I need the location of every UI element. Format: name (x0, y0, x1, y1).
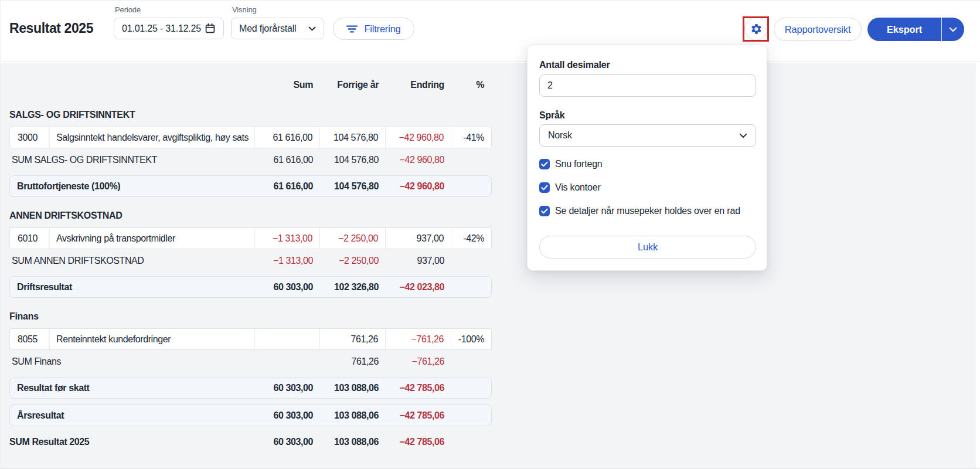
highlight-row: Resultat før skatt60 303,00103 088,06−42… (9, 377, 492, 399)
report-overview-label: Rapportoversikt (785, 24, 851, 35)
prev-year-cell: 761,26 (320, 356, 386, 367)
sum-cell: −1 313,00 (255, 228, 320, 249)
sum-cell: 60 303,00 (255, 410, 320, 421)
account-number-cell: 8055 (10, 329, 50, 349)
decimals-label: Antall desimaler (539, 59, 755, 71)
change-cell: −42 785,06 (386, 410, 451, 421)
gear-icon (750, 23, 763, 35)
row-label-cell: Årsresultat (10, 410, 255, 421)
prev-year-cell: 103 088,06 (320, 437, 386, 447)
row-label-cell: SUM Resultat 2025 (9, 437, 255, 447)
topbar: Resultat 2025 Periode 01.01.25 - 31.12.2… (0, 0, 980, 62)
prev-year-cell: 103 088,06 (320, 383, 386, 393)
decimals-input[interactable]: 2 (539, 74, 756, 97)
prev-year-cell: 104 576,80 (320, 155, 386, 165)
total-row: SUM Resultat 202560 303,00103 088,06−42 … (9, 430, 492, 454)
column-header-percent: % (451, 80, 492, 90)
window-frame-top (0, 0, 980, 1)
chevron-down-icon (739, 133, 747, 138)
prev-year-cell: 104 576,80 (320, 181, 386, 192)
account-row[interactable]: 6010Avskrivning på transportmidler−1 313… (9, 227, 492, 249)
table-column-headers: Sum Forrige år Endring % (9, 77, 492, 93)
sum-cell: 60 303,00 (255, 282, 320, 293)
export-button-label[interactable]: Eksport (867, 18, 942, 41)
change-cell: −42 960,80 (386, 127, 451, 148)
chevron-down-icon (308, 26, 316, 31)
export-dropdown-toggle[interactable] (942, 18, 964, 41)
period-label: Periode (115, 5, 141, 14)
scrollbar-gutter (976, 63, 980, 469)
column-header-sum: Sum (255, 80, 320, 90)
highlight-row: Driftsresultat60 303,00102 326,80−42 023… (9, 276, 492, 298)
change-cell: −42 785,06 (386, 437, 451, 447)
row-label-cell: SUM SALGS- OG DRIFTSINNTEKT (9, 155, 255, 165)
report-content: Sum Forrige år Endring % SALGS- OG DRIFT… (0, 63, 980, 469)
language-select[interactable]: Norsk (539, 124, 756, 147)
filter-icon (346, 25, 358, 33)
settings-checkboxes: Snu fortegnVis kontoerSe detaljer når mu… (539, 159, 755, 216)
filter-button[interactable]: Filtrering (333, 18, 414, 40)
column-header-change: Endring (386, 80, 451, 90)
change-cell: −761,26 (386, 356, 451, 367)
section-title: SALGS- OG DRIFTSINNTEKT (9, 108, 492, 121)
account-row[interactable]: 8055Renteinntekt kundefordringer761,26−7… (9, 328, 492, 350)
row-label-cell: Bruttofortjeneste (100%) (10, 181, 255, 192)
export-button[interactable]: Eksport (867, 18, 964, 41)
settings-button[interactable] (744, 17, 768, 40)
window-frame-left (0, 0, 1, 469)
settings-checkbox-row[interactable]: Se detaljer når musepeker holdes over en… (539, 206, 755, 216)
settings-checkbox-row[interactable]: Vis kontoer (539, 182, 755, 193)
prev-year-cell: −2 250,00 (320, 228, 386, 249)
highlight-row: Årsresultat60 303,00103 088,06−42 785,06 (9, 405, 492, 426)
highlight-row: Bruttofortjeneste (100%)61 616,00104 576… (9, 175, 492, 197)
close-popover-label: Lukk (638, 242, 658, 253)
settings-checkbox-row[interactable]: Snu fortegn (539, 159, 755, 169)
prev-year-cell: 102 326,80 (320, 282, 386, 293)
report-overview-button[interactable]: Rapportoversikt (774, 18, 862, 41)
account-number-cell: 6010 (10, 228, 50, 249)
sum-cell: −1 313,00 (255, 256, 320, 266)
checkbox-checked-icon[interactable] (539, 182, 550, 193)
view-label: Visning (232, 5, 257, 14)
view-select-value: Med fjorårstall (239, 23, 308, 34)
column-header-prev-year: Forrige år (320, 80, 386, 90)
section-title: Finans (9, 310, 492, 323)
calendar-icon (205, 23, 216, 34)
chevron-down-icon (949, 27, 957, 32)
checkbox-checked-icon[interactable] (539, 159, 550, 169)
change-cell: 937,00 (386, 228, 451, 249)
settings-popover: Antall desimaler 2 Språk Norsk Snu forte… (527, 45, 767, 271)
close-popover-button[interactable]: Lukk (539, 236, 756, 259)
page-title: Resultat 2025 (9, 21, 93, 36)
view-select[interactable]: Med fjorårstall (231, 18, 324, 39)
checkbox-label: Vis kontoer (555, 182, 601, 193)
period-date-input[interactable]: 01.01.25 - 31.12.25 (114, 18, 224, 39)
change-cell: −42 960,80 (386, 155, 451, 165)
report-table: Sum Forrige år Endring % SALGS- OG DRIFT… (9, 63, 492, 454)
account-row[interactable]: 3000Salgsinntekt handelsvarer, avgiftspl… (9, 127, 492, 148)
checkbox-checked-icon[interactable] (539, 206, 550, 216)
change-cell: −761,26 (386, 329, 451, 349)
change-cell: −42 023,80 (386, 282, 451, 293)
filter-button-label: Filtrering (364, 23, 400, 35)
change-cell: −42 960,80 (386, 181, 451, 192)
period-date-value: 01.01.25 - 31.12.25 (122, 23, 205, 34)
sum-cell: 61 616,00 (255, 181, 320, 192)
prev-year-cell: 103 088,06 (320, 410, 386, 421)
sum-row: SUM SALGS- OG DRIFTSINNTEKT61 616,00104 … (9, 148, 492, 172)
row-label-cell: Resultat før skatt (10, 383, 255, 393)
checkbox-label: Se detaljer når musepeker holdes over en… (555, 206, 740, 216)
report-rows: SALGS- OG DRIFTSINNTEKT3000Salgsinntekt … (9, 108, 492, 454)
row-label-cell: Driftsresultat (10, 282, 255, 293)
change-cell: −42 785,06 (386, 383, 451, 393)
language-label: Språk (539, 110, 755, 121)
change-cell: 937,00 (386, 256, 451, 266)
percent-cell: -42% (451, 228, 491, 249)
sum-row: SUM ANNEN DRIFTSKOSTNAD−1 313,00−2 250,0… (9, 249, 492, 273)
prev-year-cell: 104 576,80 (320, 127, 386, 148)
prev-year-cell: 761,26 (320, 329, 386, 349)
account-name-cell: Avskrivning på transportmidler (50, 228, 255, 249)
percent-cell: -100% (451, 329, 491, 349)
row-label-cell: SUM Finans (9, 356, 255, 367)
account-name-cell: Salgsinntekt handelsvarer, avgiftsplikti… (50, 127, 255, 148)
